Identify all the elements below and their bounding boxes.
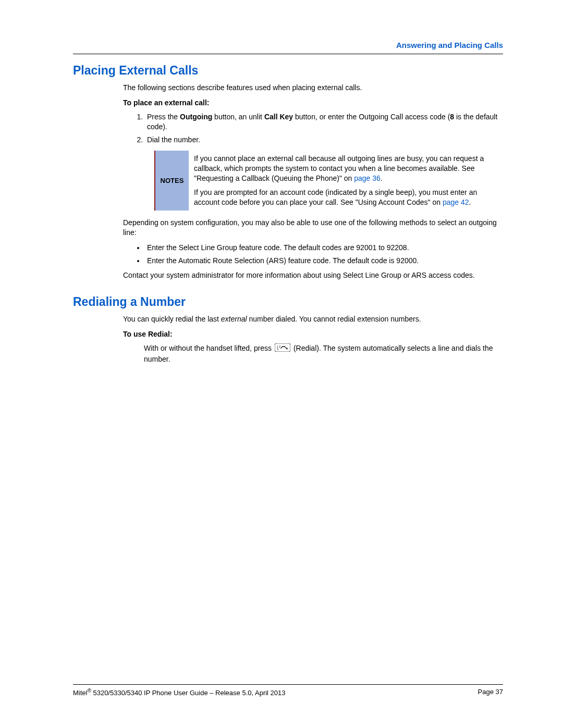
footer-left: Mitel® 5320/5330/5340 IP Phone User Guid… <box>73 688 286 697</box>
intro-paragraph: The following sections describe features… <box>123 83 503 93</box>
redial-icon: 1 2 3 <box>275 343 290 354</box>
bullet-list: Enter the Select Line Group feature code… <box>123 243 503 266</box>
procedure-heading: To use Redial: <box>123 329 503 339</box>
footer-page-number: Page 37 <box>478 688 503 697</box>
page-link-42[interactable]: page 42 <box>443 198 469 206</box>
list-item: Press the Outgoing button, an unlit Call… <box>145 112 503 132</box>
section-heading-placing-external: Placing External Calls <box>73 64 503 78</box>
note-paragraph: If you are prompted for an account code … <box>194 188 498 207</box>
page-footer: Mitel® 5320/5330/5340 IP Phone User Guid… <box>73 684 503 697</box>
intro-paragraph: You can quickly redial the last external… <box>123 314 503 324</box>
note-paragraph: If you cannot place an external call bec… <box>194 154 498 183</box>
page: Answering and Placing Calls Placing Exte… <box>0 0 563 728</box>
paragraph: Depending on system configuration, you m… <box>123 218 503 238</box>
paragraph: Contact your system administrator for mo… <box>123 270 503 280</box>
section-body: The following sections describe features… <box>123 83 503 280</box>
notes-content: If you cannot place an external call bec… <box>189 151 503 210</box>
page-link-36[interactable]: page 36 <box>354 174 381 182</box>
top-rule <box>73 54 503 54</box>
list-item: Dial the number. <box>145 135 503 145</box>
list-item: Enter the Automatic Route Selection (ARS… <box>145 256 503 266</box>
notes-box: NOTES If you cannot place an external ca… <box>154 151 503 210</box>
notes-label: NOTES <box>155 151 189 210</box>
procedure-body: With or without the handset lifted, pres… <box>144 343 503 364</box>
section-body: You can quickly redial the last external… <box>123 314 503 364</box>
procedure-heading: To place an external call: <box>123 98 503 108</box>
chapter-title: Answering and Placing Calls <box>73 41 503 50</box>
section-heading-redialing: Redialing a Number <box>73 295 503 309</box>
list-item: Enter the Select Line Group feature code… <box>145 243 503 253</box>
procedure-list: Press the Outgoing button, an unlit Call… <box>123 112 503 145</box>
bottom-rule <box>73 684 503 685</box>
svg-text:3: 3 <box>277 348 278 351</box>
